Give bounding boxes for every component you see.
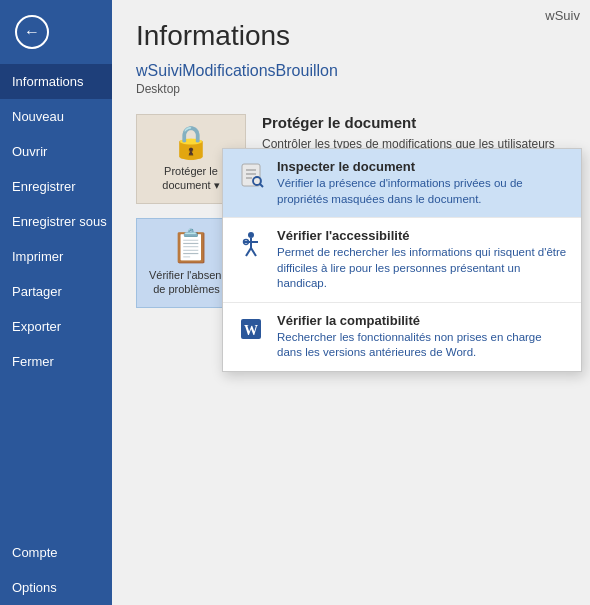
document-location: Desktop <box>136 82 566 96</box>
inspect-document-icon <box>235 159 267 191</box>
svg-line-10 <box>251 248 256 256</box>
back-circle-icon: ← <box>15 15 49 49</box>
window-label: wSuiv <box>545 8 580 23</box>
dropdown-item-inspect[interactable]: Inspecter le document Vérifier la présen… <box>223 149 581 218</box>
sidebar-item-ouvrir[interactable]: Ouvrir <box>0 134 112 169</box>
page-title: Informations <box>136 20 566 52</box>
sidebar-item-exporter[interactable]: Exporter <box>0 309 112 344</box>
svg-text:W: W <box>244 323 258 338</box>
sidebar: ← Informations Nouveau Ouvrir Enregistre… <box>0 0 112 605</box>
protect-document-title: Protéger le document <box>262 114 566 131</box>
accessibility-icon <box>235 228 267 260</box>
sidebar-item-fermer[interactable]: Fermer <box>0 344 112 379</box>
main-content: wSuiv Informations wSuiviModificationsBr… <box>112 0 590 605</box>
sidebar-item-partager[interactable]: Partager <box>0 274 112 309</box>
sidebar-item-nouveau[interactable]: Nouveau <box>0 99 112 134</box>
check-issues-icon-label: Vérifier l'absencede problèmes ▾ <box>149 268 233 297</box>
svg-rect-0 <box>242 164 260 186</box>
back-arrow-icon: ← <box>24 23 40 41</box>
check-issues-dropdown: Inspecter le document Vérifier la présen… <box>222 148 582 372</box>
sidebar-spacer <box>0 379 112 535</box>
accessibility-item-desc: Permet de rechercher les informations qu… <box>277 245 569 292</box>
sidebar-item-options[interactable]: Options <box>0 570 112 605</box>
compatibility-item-title: Vérifier la compatibilité <box>277 313 569 328</box>
svg-line-5 <box>260 184 263 187</box>
inspect-document-item-title: Inspecter le document <box>277 159 569 174</box>
inspect-icon: 📋 <box>171 230 211 262</box>
inspect-document-item-text: Inspecter le document Vérifier la présen… <box>277 159 569 207</box>
dropdown-item-compatibility[interactable]: W Vérifier la compatibilité Rechercher l… <box>223 303 581 371</box>
compatibility-item-desc: Rechercher les fonctionnalités non prise… <box>277 330 569 361</box>
lock-icon: 🔒 <box>171 126 211 158</box>
dropdown-item-accessibility[interactable]: Vérifier l'accessibilité Permet de reche… <box>223 218 581 303</box>
sidebar-item-informations[interactable]: Informations <box>0 64 112 99</box>
accessibility-item-title: Vérifier l'accessibilité <box>277 228 569 243</box>
sidebar-item-imprimer[interactable]: Imprimer <box>0 239 112 274</box>
sidebar-item-enregistrer[interactable]: Enregistrer <box>0 169 112 204</box>
protect-document-icon-label: Protéger ledocument ▾ <box>162 164 219 193</box>
sidebar-item-compte[interactable]: Compte <box>0 535 112 570</box>
back-button[interactable]: ← <box>8 8 56 56</box>
svg-line-9 <box>246 248 251 256</box>
sidebar-item-enregistrer-sous[interactable]: Enregistrer sous <box>0 204 112 239</box>
compatibility-item-text: Vérifier la compatibilité Rechercher les… <box>277 313 569 361</box>
inspect-document-item-desc: Vérifier la présence d'informations priv… <box>277 176 569 207</box>
compatibility-icon: W <box>235 313 267 345</box>
document-title: wSuiviModificationsBrouillon <box>136 62 566 80</box>
accessibility-item-text: Vérifier l'accessibilité Permet de reche… <box>277 228 569 292</box>
svg-point-6 <box>248 232 254 238</box>
